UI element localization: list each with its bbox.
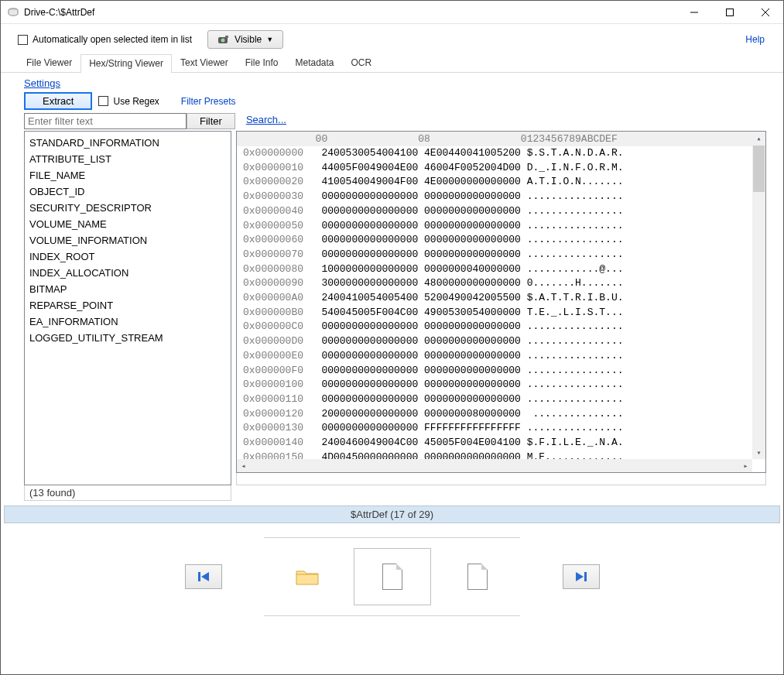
help-link[interactable]: Help: [745, 34, 765, 45]
list-item[interactable]: REPARSE_POINT: [29, 297, 226, 314]
tab-file-info[interactable]: File Info: [237, 53, 287, 72]
hex-row: 0x00000000 2400530054004100 4E0044004100…: [243, 146, 759, 161]
camera-icon: [217, 33, 230, 46]
thumb-folder[interactable]: [269, 548, 346, 605]
hex-row: 0x000000F0 0000000000000000 000000000000…: [243, 364, 759, 379]
list-item[interactable]: BITMAP: [29, 281, 226, 297]
visible-dropdown[interactable]: Visible ▼: [207, 30, 283, 49]
hex-row: 0x00000080 1000000000000000 000000004000…: [243, 262, 759, 277]
hex-row: 0x00000050 0000000000000000 000000000000…: [243, 219, 759, 234]
list-item[interactable]: INDEX_ROOT: [29, 248, 226, 265]
hex-row: 0x000000A0 2400410054005400 520049004200…: [243, 291, 759, 306]
svg-rect-11: [584, 572, 587, 581]
use-regex-checkbox[interactable]: Use Regex: [98, 96, 159, 107]
settings-link[interactable]: Settings: [24, 77, 60, 89]
maximize-button[interactable]: [712, 1, 748, 24]
tab-bar: File Viewer Hex/String Viewer Text Viewe…: [1, 53, 783, 73]
hex-row: 0x00000100 0000000000000000 000000000000…: [243, 378, 759, 392]
hex-row: 0x00000040 0000000000000000 000000000000…: [243, 204, 759, 219]
attribute-list[interactable]: STANDARD_INFORMATIONATTRIBUTE_LISTFILE_N…: [24, 131, 231, 485]
hex-row: 0x000000B0 540045005F004C00 490053005400…: [243, 306, 759, 320]
extract-button[interactable]: Extract: [24, 92, 92, 110]
chevron-down-icon: ▼: [266, 36, 273, 43]
hex-viewer[interactable]: 00 08 0123456789ABCDEF 0x00000000 240053…: [236, 131, 766, 473]
hex-row: 0x00000030 0000000000000000 000000000000…: [243, 190, 759, 204]
search-link[interactable]: Search...: [246, 114, 286, 125]
hex-row: 0x000000D0 0000000000000000 000000000000…: [243, 334, 759, 349]
main-content: Settings Extract Use Regex Filter Preset…: [1, 73, 783, 501]
filter-button[interactable]: Filter: [187, 113, 235, 129]
first-icon: [197, 570, 211, 584]
list-item[interactable]: FILE_NAME: [29, 167, 226, 183]
app-icon: [7, 6, 19, 19]
list-item[interactable]: VOLUME_NAME: [29, 216, 226, 232]
hex-row: 0x00000070 0000000000000000 000000000000…: [243, 248, 759, 262]
scroll-down-icon[interactable]: ▾: [752, 446, 765, 459]
scroll-thumb[interactable]: [753, 146, 765, 192]
use-regex-label: Use Regex: [113, 96, 159, 107]
hex-row: 0x000000C0 0000000000000000 000000000000…: [243, 320, 759, 334]
filter-presets-link[interactable]: Filter Presets: [181, 96, 236, 107]
page-icon: [467, 564, 488, 590]
filter-input[interactable]: [24, 113, 187, 129]
svg-marker-9: [201, 572, 209, 581]
window-title: Drive-C:\$AttrDef: [24, 7, 676, 18]
titlebar: Drive-C:\$AttrDef: [1, 1, 783, 24]
list-item[interactable]: LOGGED_UTILITY_STREAM: [29, 330, 226, 346]
found-count: (13 found): [24, 485, 231, 501]
svg-point-6: [221, 39, 225, 43]
hex-row: 0x00000120 2000000000000000 000000008000…: [243, 407, 759, 422]
close-button[interactable]: [748, 1, 783, 24]
list-item[interactable]: OBJECT_ID: [29, 183, 226, 200]
tab-hex-string-viewer[interactable]: Hex/String Viewer: [80, 54, 172, 73]
folder-icon: [296, 567, 319, 586]
nav-first-button[interactable]: [185, 564, 222, 589]
auto-open-checkbox[interactable]: Automatically open selected item in list: [18, 34, 192, 45]
hex-row: 0x00000020 4100540049004F00 4E0000000000…: [243, 175, 759, 190]
hex-row: 0x00000140 2400460049004C00 45005F004E00…: [243, 436, 759, 451]
tab-text-viewer[interactable]: Text Viewer: [172, 53, 237, 72]
scroll-left-icon[interactable]: ◂: [237, 459, 250, 472]
list-item[interactable]: ATTRIBUTE_LIST: [29, 151, 226, 167]
list-item[interactable]: EA_INFORMATION: [29, 314, 226, 330]
topbar: Automatically open selected item in list…: [1, 24, 783, 53]
svg-rect-2: [727, 9, 734, 15]
thumb-current[interactable]: [354, 548, 431, 605]
list-item[interactable]: INDEX_ALLOCATION: [29, 265, 226, 281]
visible-label: Visible: [235, 34, 262, 45]
hex-row: 0x00000090 3000000000000000 480000000000…: [243, 276, 759, 291]
hex-row: 0x00000110 0000000000000000 000000000000…: [243, 392, 759, 407]
status-bar: $AttrDef (17 of 29): [4, 505, 780, 523]
hex-header: 00 08 0123456789ABCDEF: [237, 132, 765, 146]
tab-metadata[interactable]: Metadata: [286, 53, 342, 72]
page-icon: [382, 564, 402, 590]
horizontal-scrollbar[interactable]: ◂ ▸: [237, 459, 752, 472]
hex-status-strip: [236, 473, 766, 485]
svg-marker-10: [576, 572, 584, 581]
hex-row: 0x00000130 0000000000000000 FFFFFFFFFFFF…: [243, 421, 759, 436]
nav-row: [1, 537, 783, 605]
hex-row: 0x00000060 0000000000000000 000000000000…: [243, 233, 759, 248]
hex-body: 0x00000000 2400530054004100 4E0044004100…: [237, 146, 765, 473]
list-item[interactable]: SECURITY_DESCRIPTOR: [29, 200, 226, 216]
list-item[interactable]: VOLUME_INFORMATION: [29, 232, 226, 248]
scroll-right-icon[interactable]: ▸: [739, 459, 752, 472]
scroll-up-icon[interactable]: ▴: [752, 132, 765, 145]
svg-rect-8: [198, 572, 200, 581]
svg-rect-7: [225, 36, 228, 38]
hex-row: 0x00000010 44005F0049004E00 46004F005200…: [243, 161, 759, 176]
thumb-next-file[interactable]: [439, 548, 516, 605]
hex-row: 0x000000E0 0000000000000000 000000000000…: [243, 349, 759, 364]
tab-ocr[interactable]: OCR: [343, 53, 381, 72]
list-item[interactable]: STANDARD_INFORMATION: [29, 135, 226, 151]
last-icon: [574, 570, 588, 584]
nav-last-button[interactable]: [563, 564, 600, 589]
tab-file-viewer[interactable]: File Viewer: [18, 53, 80, 72]
vertical-scrollbar[interactable]: ▴ ▾: [752, 132, 765, 459]
minimize-button[interactable]: [676, 1, 712, 24]
auto-open-label: Automatically open selected item in list: [33, 34, 192, 45]
